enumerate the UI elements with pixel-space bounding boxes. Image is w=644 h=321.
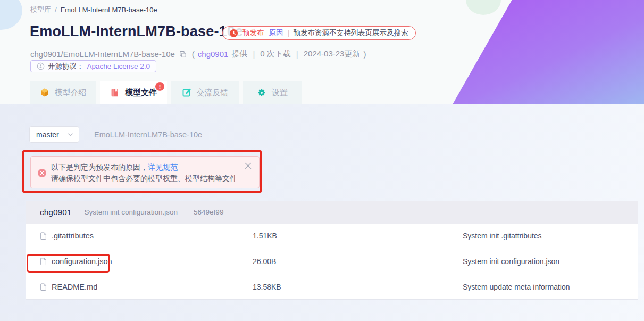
status-badge: 预发布 原因 预发布资源不支持列表页展示及搜索 (222, 26, 416, 40)
tab-settings[interactable]: 设置 (243, 81, 302, 104)
separator: | (253, 50, 255, 59)
edit-pencil-icon (182, 88, 191, 97)
breadcrumb: 模型库 / EmoLLM-InternLM7B-base-10e (30, 5, 157, 14)
cube-icon (40, 88, 49, 97)
paren-close: ) (363, 50, 366, 59)
latest-commit-header: chg0901 System init configuration.json 5… (26, 201, 638, 224)
license-person-icon (37, 62, 45, 70)
repo-info-line: chg0901/EmoLLM-InternLM7B-base-10e ( chg… (30, 49, 366, 59)
decoration-green-circle (466, 0, 501, 15)
error-circle-icon (38, 163, 46, 183)
file-doc-icon (40, 257, 47, 266)
license-value[interactable]: Apache License 2.0 (87, 62, 150, 70)
provider-link[interactable]: chg0901 (198, 50, 229, 59)
model-detail-page: 模型库 / EmoLLM-InternLM7B-base-10e EmoLLM-… (0, 0, 644, 321)
file-commit-message: System update meta information (463, 283, 638, 291)
alert-line2: 请确保模型文件中包含必要的模型权重、模型结构等文件 (51, 173, 237, 184)
prerelease-reason-text: 预发布资源不支持列表页展示及搜索 (294, 28, 408, 38)
file-commit-message: System init configuration.json (463, 257, 638, 266)
file-size: 1.51KB (253, 232, 463, 240)
file-link-configuration-json[interactable]: configuration.json (26, 257, 253, 266)
file-size: 26.00B (253, 257, 463, 266)
repo-name-label: EmoLLM-InternLM7B-base-10e (94, 130, 202, 139)
page-title: EmoLLM-InternLM7B-base-10e (30, 23, 243, 40)
updated-date: 2024-03-23更新 (304, 49, 361, 59)
file-doc-icon (40, 283, 47, 291)
table-row: README.md 13.58KB System update meta inf… (26, 274, 638, 300)
file-size: 13.58KB (253, 283, 463, 291)
download-count: 0 次下载 (260, 49, 291, 59)
license-label: 开源协议： (48, 62, 84, 71)
table-row: .gitattributes 1.51KB System init .gitat… (26, 224, 638, 249)
decoration-blue-circle (0, 0, 22, 30)
tab-label: 模型介绍 (55, 88, 87, 98)
file-name: .gitattributes (52, 232, 94, 240)
gear-icon (257, 88, 266, 97)
branch-name: master (36, 130, 59, 139)
chevron-down-icon (68, 133, 73, 137)
decoration-purple-gradient (453, 0, 644, 104)
tab-label: 设置 (272, 88, 288, 98)
alert-spec-link[interactable]: 详见规范 (148, 163, 178, 171)
notification-badge: ! (155, 82, 164, 91)
pill-divider (288, 30, 289, 37)
file-table: chg0901 System init configuration.json 5… (26, 201, 638, 300)
prerelease-alert: 以下是判定为预发布的原因，详见规范 请确保模型文件中包含必要的模型权重、模型结构… (30, 156, 260, 188)
clock-icon (230, 29, 238, 37)
branch-selector[interactable]: master (29, 126, 79, 143)
tab-model-intro[interactable]: 模型介绍 (30, 81, 96, 104)
file-doc-icon (40, 232, 47, 240)
tab-model-files[interactable]: 模型文件 ! (100, 81, 167, 104)
tab-label: 模型文件 (125, 88, 157, 98)
file-commit-message: System init .gitattributes (463, 232, 638, 240)
book-icon (110, 88, 120, 97)
file-name: configuration.json (52, 257, 112, 266)
breadcrumb-root[interactable]: 模型库 (30, 5, 51, 14)
tab-bar: 模型介绍 模型文件 ! 交流反馈 设置 (30, 81, 302, 104)
alert-line1: 以下是判定为预发布的原因， (51, 163, 148, 171)
prerelease-reason-link[interactable]: 原因 (269, 28, 283, 38)
repo-path: chg0901/EmoLLM-InternLM7B-base-10e (30, 50, 175, 59)
alert-text: 以下是判定为预发布的原因，详见规范 请确保模型文件中包含必要的模型权重、模型结构… (51, 162, 237, 183)
commit-hash: 5649ef99 (194, 208, 223, 216)
provider-suffix: 提供 (231, 49, 247, 59)
status-label: 预发布 (242, 28, 264, 38)
commit-message: System init configuration.json (84, 208, 178, 216)
breadcrumb-separator: / (55, 6, 57, 14)
commit-author[interactable]: chg0901 (40, 208, 71, 217)
separator: | (296, 50, 298, 59)
close-icon[interactable] (244, 162, 252, 170)
paren-open: ( (192, 50, 195, 59)
license-badge[interactable]: 开源协议： Apache License 2.0 (30, 60, 156, 72)
file-link-gitattributes[interactable]: .gitattributes (26, 232, 253, 240)
copy-icon[interactable] (179, 51, 187, 58)
tab-feedback[interactable]: 交流反馈 (171, 81, 239, 104)
table-row: configuration.json 26.00B System init co… (26, 249, 638, 275)
file-link-readme[interactable]: README.md (26, 283, 253, 291)
tab-label: 交流反馈 (197, 88, 229, 98)
file-name: README.md (52, 283, 97, 291)
breadcrumb-current: EmoLLM-InternLM7B-base-10e (61, 6, 157, 14)
